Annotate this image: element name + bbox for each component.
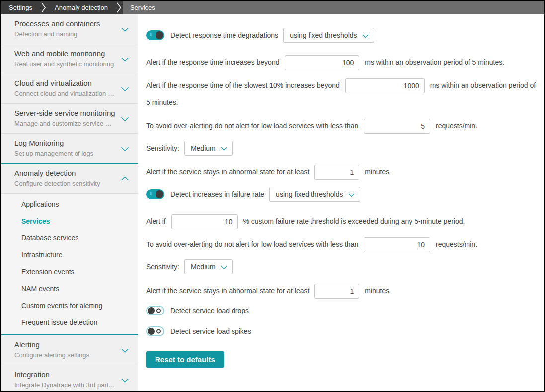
- rt-sensitivity-select[interactable]: Medium: [184, 141, 233, 156]
- toggle-knob: [148, 307, 155, 314]
- toggle-knob: [156, 31, 163, 39]
- sidebar-item-anomaly-detection[interactable]: Anomaly detection Configure detection se…: [1, 164, 138, 194]
- chevron-up-icon: [121, 176, 129, 184]
- row-text-before: Alert if the service stays in abnormal s…: [146, 287, 309, 295]
- row-text-before: To avoid over-alerting do not alert for …: [146, 122, 358, 130]
- sidebar-item-alerting[interactable]: Alerting Configure alerting settings: [1, 335, 138, 365]
- services-anomaly-settings-panel: I Detect response time degradations usin…: [138, 14, 544, 391]
- sidebar-item-title: Log Monitoring: [14, 138, 116, 148]
- chevron-down-icon: [121, 114, 129, 122]
- row-text-before: Alert if the response time of the slowes…: [146, 81, 340, 89]
- settings-sidebar: Processes and containers Detection and n…: [1, 14, 138, 391]
- reset-to-defaults-button[interactable]: Reset to defaults: [146, 351, 224, 368]
- fr-sensitivity-row: Sensitivity: Medium: [146, 259, 537, 274]
- slowest-10-threshold-input[interactable]: [345, 78, 425, 93]
- response-time-threshold-input[interactable]: [285, 55, 359, 70]
- sidebar-item-integration[interactable]: Integration Integrate Dynatrace with 3rd…: [1, 365, 138, 391]
- sidebar-item-title: Processes and containers: [14, 19, 116, 29]
- fr-abnormal-state-row: Alert if the service stays in abnormal s…: [146, 282, 537, 299]
- sidebar-item-web-and-mobile-monitoring[interactable]: Web and mobile monitoring Real user and …: [1, 44, 138, 74]
- load-drops-toggle[interactable]: [146, 306, 164, 315]
- sidebar-subitem-custom-events-for-alerting[interactable]: Custom events for alerting: [1, 297, 138, 314]
- sidebar-item-title: Anomaly detection: [14, 168, 116, 178]
- toggle-on-glyph: I: [150, 192, 152, 196]
- failure-rate-threshold-input[interactable]: [171, 214, 238, 229]
- row-text-after: requests/min.: [436, 122, 477, 130]
- chevron-down-icon: [121, 375, 129, 383]
- sidebar-item-server-side-service-monitoring[interactable]: Server-side service monitoring Manage an…: [1, 104, 138, 134]
- sidebar-item-title: Cloud and virtualization: [14, 78, 116, 88]
- failure-rate-threshold-row: Alert if % custom failure rate threshold…: [146, 213, 537, 230]
- response-time-toggle-row: I Detect response time degradations usin…: [146, 28, 537, 43]
- fr-sensitivity-select[interactable]: Medium: [184, 259, 233, 274]
- breadcrumb-settings[interactable]: Settings: [1, 1, 40, 14]
- chevron-down-icon: [121, 54, 129, 62]
- row-text-before: Alert if: [146, 217, 166, 225]
- load-spikes-toggle[interactable]: [146, 326, 164, 336]
- chevron-down-icon: [121, 24, 129, 32]
- sensitivity-value: Medium: [191, 263, 216, 271]
- sidebar-item-subtitle: Real user and synthetic monitoring: [14, 60, 116, 68]
- fr-abnormal-state-input[interactable]: [314, 284, 359, 299]
- toggle-knob: [148, 328, 155, 335]
- mode-select-value: using fixed thresholds: [276, 190, 343, 198]
- chevron-down-icon: [221, 263, 227, 269]
- mode-select-value: using fixed thresholds: [290, 31, 357, 39]
- sidebar-subitem-applications[interactable]: Applications: [1, 196, 138, 213]
- rt-abnormal-state-input[interactable]: [314, 165, 359, 180]
- slowest-10-threshold-row: Alert if the response time of the slowes…: [146, 77, 537, 111]
- load-spikes-toggle-row: Detect service load spikes: [146, 326, 537, 336]
- toggle-off-ring: [156, 309, 161, 313]
- sidebar-subitem-infrastructure[interactable]: Infrastructure: [1, 246, 138, 263]
- sidebar-item-subtitle: Configure detection sensitivity: [14, 179, 116, 188]
- sidebar-item-log-monitoring[interactable]: Log Monitoring Set up management of logs: [1, 134, 138, 163]
- sidebar-subitem-frequent-issue-detection[interactable]: Frequent issue detection: [1, 314, 138, 331]
- load-spikes-toggle-label: Detect service load spikes: [170, 327, 251, 335]
- fr-low-load-row: To avoid over-alerting do not alert for …: [146, 236, 537, 253]
- response-time-toggle[interactable]: I: [146, 30, 164, 40]
- app-window: Settings Anomaly detection Services Proc…: [0, 0, 545, 392]
- response-time-threshold-row: Alert if the response time increases bey…: [146, 54, 537, 71]
- breadcrumb-separator-icon: [115, 1, 123, 14]
- chevron-down-icon: [121, 84, 129, 92]
- rt-abnormal-state-row: Alert if the service stays in abnormal s…: [146, 163, 537, 180]
- row-text-after: ms within an observation period of 5 min…: [365, 58, 504, 66]
- sidebar-item-cloud-and-virtualization[interactable]: Cloud and virtualization Connect cloud a…: [1, 74, 138, 104]
- sidebar-subitem-extension-events[interactable]: Extension events: [1, 263, 138, 280]
- breadcrumb: Settings Anomaly detection Services: [1, 1, 544, 14]
- breadcrumb-anomaly-detection[interactable]: Anomaly detection: [47, 1, 115, 14]
- row-text-before: Alert if the response time increases bey…: [146, 58, 279, 66]
- sidebar-item-subtitle: Connect cloud and virtualization types: [14, 89, 116, 98]
- row-text-after: minutes.: [365, 168, 391, 176]
- breadcrumb-separator-icon: [40, 1, 47, 14]
- anomaly-detection-sublist: Applications Services Database services …: [1, 194, 138, 334]
- failure-rate-mode-select[interactable]: using fixed thresholds: [269, 187, 360, 202]
- failure-rate-toggle[interactable]: I: [146, 189, 164, 199]
- sidebar-item-title: Web and mobile monitoring: [14, 49, 116, 59]
- chevron-down-icon: [348, 190, 355, 197]
- sensitivity-value: Medium: [191, 144, 216, 152]
- sensitivity-label: Sensitivity:: [146, 144, 179, 152]
- fr-low-load-input[interactable]: [364, 237, 430, 252]
- sidebar-subitem-database-services[interactable]: Database services: [1, 230, 138, 246]
- row-text-after: % custom failure rate threshold is excee…: [243, 217, 465, 225]
- chevron-down-icon: [221, 144, 227, 151]
- sidebar-subitem-nam-events[interactable]: NAM events: [1, 280, 138, 297]
- sidebar-item-subtitle: Integrate Dynatrace with 3rd party syste…: [14, 381, 116, 389]
- row-text-after: requests/min.: [436, 240, 477, 248]
- sidebar-item-processes-and-containers[interactable]: Processes and containers Detection and n…: [1, 14, 138, 44]
- sidebar-item-title: Server-side service monitoring: [14, 108, 116, 118]
- chevron-down-icon: [121, 345, 129, 353]
- sidebar-subitem-services[interactable]: Services: [1, 213, 138, 230]
- sensitivity-label: Sensitivity:: [146, 263, 179, 271]
- chevron-down-icon: [121, 144, 129, 152]
- response-time-mode-select[interactable]: using fixed thresholds: [283, 28, 374, 43]
- sidebar-item-subtitle: Manage and customize service monitoring: [14, 119, 116, 128]
- toggle-on-glyph: I: [150, 33, 152, 37]
- rt-low-load-input[interactable]: [364, 119, 430, 134]
- toggle-off-ring: [156, 329, 161, 334]
- rt-sensitivity-row: Sensitivity: Medium: [146, 141, 537, 156]
- sidebar-item-title: Alerting: [14, 340, 116, 350]
- sidebar-item-subtitle: Set up management of logs: [14, 149, 116, 157]
- load-drops-toggle-label: Detect service load drops: [170, 307, 249, 314]
